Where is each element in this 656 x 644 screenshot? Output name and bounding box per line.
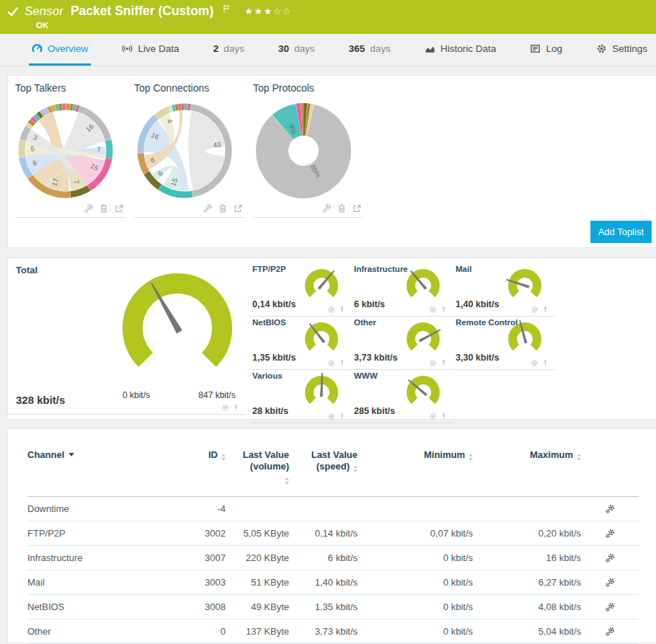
gear-icon[interactable] bbox=[531, 359, 538, 367]
last-value-volume bbox=[226, 496, 289, 521]
edit-toplist-icon[interactable] bbox=[203, 203, 213, 213]
gauge-icon bbox=[32, 43, 43, 54]
last-value-speed: 1,35 kbit/s bbox=[289, 594, 358, 619]
edit-channel-icon[interactable] bbox=[605, 627, 615, 637]
edit-toplist-icon[interactable] bbox=[322, 203, 332, 213]
flag-icon[interactable] bbox=[222, 4, 231, 14]
column-header-last-value-volume-[interactable]: Last Value(volume) bbox=[226, 446, 289, 496]
gear-icon[interactable] bbox=[327, 413, 335, 420]
maximum-value: 0,20 kbit/s bbox=[473, 521, 581, 545]
gear-icon[interactable] bbox=[429, 359, 437, 367]
tab-365-days[interactable]: 365days bbox=[346, 34, 394, 66]
edit-channel-icon[interactable] bbox=[605, 602, 615, 612]
tab-live-data[interactable]: Live Data bbox=[119, 34, 182, 66]
pin-icon[interactable] bbox=[338, 306, 346, 314]
pin-icon[interactable] bbox=[232, 404, 240, 412]
gauge-cell-ftp-p2p: FTP/P2P0,14 kbit/s bbox=[251, 263, 352, 317]
delete-toplist-icon[interactable] bbox=[218, 203, 228, 213]
column-sublabel: (speed) bbox=[316, 461, 350, 472]
delete-toplist-icon[interactable] bbox=[99, 203, 109, 213]
channel-gauge-label: WWW bbox=[354, 371, 378, 380]
channel-table-body: Downtime-4FTP/P2P30025,05 KByte0,14 kbit… bbox=[27, 496, 639, 643]
tab-label: Settings bbox=[612, 43, 647, 54]
pin-icon[interactable] bbox=[440, 413, 448, 420]
gear-icon[interactable] bbox=[221, 404, 229, 412]
channel-id: 3003 bbox=[172, 570, 226, 594]
add-toplist-button[interactable]: Add Toplist bbox=[590, 221, 652, 243]
tab-log[interactable]: Log bbox=[527, 34, 565, 66]
sort-toggle-icon[interactable] bbox=[469, 454, 473, 461]
tab-30-days[interactable]: 30days bbox=[275, 34, 318, 66]
edit-channel-icon[interactable] bbox=[605, 578, 615, 588]
tab-label: days bbox=[223, 43, 244, 54]
pin-icon[interactable] bbox=[440, 359, 448, 367]
prtg-sensor-page: Sensor Packet Sniffer (Custom) ★★★☆☆ OK … bbox=[0, 0, 656, 643]
last-value-speed: 6 kbit/s bbox=[289, 545, 358, 570]
priority-stars[interactable]: ★★★☆☆ bbox=[244, 6, 292, 17]
last-value-speed: 3,73 kbit/s bbox=[289, 619, 358, 643]
total-gauge-actions bbox=[221, 404, 240, 412]
sort-toggle-icon[interactable] bbox=[353, 465, 358, 472]
gauge-cell-other: Other3,73 kbit/s bbox=[353, 317, 453, 370]
column-header-channel[interactable]: Channel bbox=[27, 446, 172, 496]
gear-icon[interactable] bbox=[531, 306, 538, 314]
maximum-value: 16 kbit/s bbox=[473, 545, 581, 570]
pin-icon[interactable] bbox=[541, 306, 549, 314]
open-toplist-icon[interactable] bbox=[114, 203, 124, 213]
edit-channel-icon[interactable] bbox=[605, 504, 615, 514]
column-header-last-value-speed-[interactable]: Last Value(speed) bbox=[289, 446, 358, 496]
channel-actions bbox=[581, 570, 639, 594]
open-toplist-icon[interactable] bbox=[352, 203, 362, 213]
sort-toggle-icon[interactable] bbox=[577, 454, 581, 461]
toplist-chart[interactable]: 85%9% bbox=[253, 100, 354, 201]
channel-gauge-actions bbox=[327, 413, 346, 420]
pin-icon[interactable] bbox=[338, 413, 346, 420]
last-value-volume: 49 KByte bbox=[226, 594, 289, 619]
column-label: Maximum bbox=[530, 449, 573, 460]
toplist-chart[interactable]: 431566164 bbox=[134, 100, 235, 201]
toplist-chart[interactable]: 16715717653 bbox=[15, 100, 116, 201]
pin-icon[interactable] bbox=[541, 359, 549, 367]
channel-name: Mail bbox=[27, 570, 172, 594]
gear-icon[interactable] bbox=[429, 306, 437, 314]
column-header-minimum[interactable]: Minimum bbox=[358, 446, 473, 496]
column-label: ID bbox=[208, 449, 218, 460]
channel-actions bbox=[581, 594, 639, 619]
delete-toplist-icon[interactable] bbox=[337, 203, 347, 213]
gear-icon[interactable] bbox=[327, 359, 335, 367]
tab-historic-data[interactable]: Historic Data bbox=[422, 34, 499, 66]
sensor-header: Sensor Packet Sniffer (Custom) ★★★☆☆ OK bbox=[0, 0, 656, 34]
svg-text:7: 7 bbox=[97, 145, 101, 153]
last-value-speed bbox=[289, 496, 358, 521]
gear-icon[interactable] bbox=[429, 413, 437, 420]
tab-settings[interactable]: Settings bbox=[593, 34, 650, 66]
channel-gauge bbox=[400, 264, 446, 307]
last-value-speed: 1,40 kbit/s bbox=[289, 570, 358, 594]
tab-number: 30 bbox=[278, 43, 289, 54]
gauge-cell-various: Various28 kbit/s bbox=[251, 370, 352, 423]
sort-descending-icon bbox=[68, 453, 74, 456]
tab-number: 365 bbox=[349, 43, 365, 54]
column-header-id[interactable]: ID bbox=[172, 446, 226, 496]
pin-icon[interactable] bbox=[338, 359, 346, 367]
open-toplist-icon[interactable] bbox=[233, 203, 243, 213]
tab-overview[interactable]: Overview bbox=[29, 34, 91, 66]
edit-channel-icon[interactable] bbox=[605, 529, 615, 539]
toplist-actions bbox=[134, 201, 244, 216]
sort-toggle-icon[interactable] bbox=[221, 454, 226, 461]
gauge-cell-remote-control: Remote Control3,30 kbit/s bbox=[454, 317, 555, 370]
channel-name: NetBIOS bbox=[27, 594, 172, 619]
sort-toggle-icon[interactable] bbox=[285, 477, 289, 485]
edit-channel-icon[interactable] bbox=[605, 553, 615, 563]
column-header-maximum[interactable]: Maximum bbox=[473, 446, 581, 496]
minimum-value: 0 kbit/s bbox=[358, 570, 473, 594]
total-gauge bbox=[98, 262, 257, 377]
edit-toplist-icon[interactable] bbox=[84, 203, 94, 213]
total-gauge-max-label: 847 kbit/s bbox=[188, 390, 246, 400]
column-label: Channel bbox=[27, 449, 64, 460]
gear-icon[interactable] bbox=[327, 306, 335, 314]
toplist-title: Top Protocols bbox=[253, 82, 363, 94]
pin-icon[interactable] bbox=[440, 306, 448, 314]
channel-gauge-label: NetBIOS bbox=[252, 318, 286, 327]
tab-2-days[interactable]: 2days bbox=[210, 34, 247, 66]
